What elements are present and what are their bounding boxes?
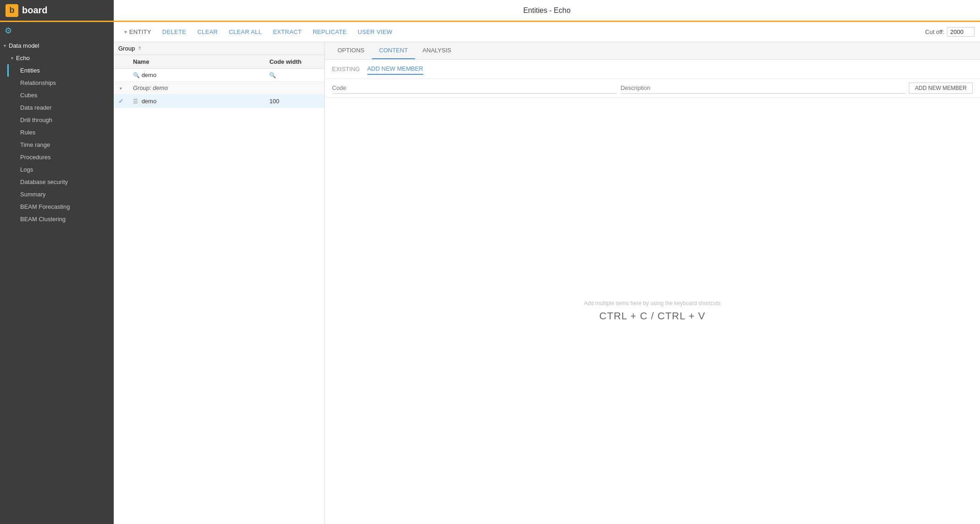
entity-code-width: 100 xyxy=(265,95,324,108)
user-view-button[interactable]: USER VIEW xyxy=(353,27,397,37)
table-row: 🔍 🔍 xyxy=(114,69,324,82)
list-icon: ☰ xyxy=(133,98,138,105)
group-bar: Group ⇑ xyxy=(114,42,324,55)
sidebar-item-cubes[interactable]: Cubes xyxy=(7,89,114,101)
subtab-add-new-member[interactable]: ADD NEW MEMBER xyxy=(367,63,423,75)
group-label: Group xyxy=(118,45,135,52)
shortcut-hint-area: Add multiple items here by using the key… xyxy=(325,98,980,524)
col-name: Name xyxy=(128,55,265,69)
add-entity-button[interactable]: + ENTITY xyxy=(119,27,156,37)
search-icon: 🔍 xyxy=(269,72,276,78)
sidebar-item-beam-forecasting[interactable]: BEAM Forecasting xyxy=(7,201,114,213)
right-content: EXISTING ADD NEW MEMBER ADD NEW MEMBER A… xyxy=(325,60,980,524)
check-icon: ✓ xyxy=(118,97,124,105)
cutoff-area: Cut off: xyxy=(925,27,974,37)
add-new-member-button[interactable]: ADD NEW MEMBER xyxy=(909,83,973,94)
sidebar-item-rules[interactable]: Rules xyxy=(7,126,114,139)
sidebar-item-procedures[interactable]: Procedures xyxy=(7,151,114,163)
add-member-form: ADD NEW MEMBER xyxy=(325,79,980,98)
clear-all-button[interactable]: CLEAR ALL xyxy=(224,27,266,37)
sidebar-item-drill-through[interactable]: Drill through xyxy=(7,114,114,126)
search-icon: 🔍 xyxy=(133,72,140,78)
sidebar-item-beam-clustering[interactable]: BEAM Clustering xyxy=(7,213,114,225)
sub-tabs: EXISTING ADD NEW MEMBER xyxy=(325,60,980,79)
echo-label: Echo xyxy=(16,55,30,61)
sidebar-item-entities[interactable]: Entities xyxy=(7,64,114,77)
entity-table: Name Code width 🔍 🔍 xyxy=(114,55,324,524)
content-area: + ENTITY DELETE CLEAR CLEAR ALL EXTRACT … xyxy=(114,22,980,524)
col-code-width: Code width xyxy=(265,55,324,69)
entity-name: demo xyxy=(142,98,157,105)
split-panel: Group ⇑ Name Code width xyxy=(114,42,980,524)
data-model-header[interactable]: ▾ Data model xyxy=(0,39,114,52)
sidebar-item-summary[interactable]: Summary xyxy=(7,188,114,201)
top-bar: b board Entities - Echo xyxy=(0,0,980,22)
sidebar-item-data-reader[interactable]: Data reader xyxy=(7,101,114,114)
toolbar: + ENTITY DELETE CLEAR CLEAR ALL EXTRACT … xyxy=(114,22,980,42)
logo-text: board xyxy=(22,5,48,16)
subtab-existing[interactable]: EXISTING xyxy=(332,64,360,74)
shortcut-hint-text: Add multiple items here by using the key… xyxy=(584,300,720,307)
description-input[interactable] xyxy=(620,83,905,94)
sidebar-item-relationships[interactable]: Relationships xyxy=(7,77,114,89)
sidebar-item-time-range[interactable]: Time range xyxy=(7,139,114,151)
extract-button[interactable]: EXTRACT xyxy=(268,27,306,37)
clear-button[interactable]: CLEAR xyxy=(193,27,222,37)
cutoff-label: Cut off: xyxy=(925,28,944,35)
table-row: ▾ Group: demo xyxy=(114,82,324,95)
settings-wheel-icon[interactable]: ⚙ xyxy=(5,26,12,36)
chevron-down-icon: ▾ xyxy=(11,56,13,61)
cutoff-input[interactable] xyxy=(947,27,974,37)
entity-panel: Group ⇑ Name Code width xyxy=(114,42,325,524)
right-panel: OPTIONS CONTENT ANALYSIS EXISTING ADD NE… xyxy=(325,42,980,524)
name-search-input[interactable] xyxy=(142,72,244,78)
logo-b-icon: b xyxy=(6,4,18,17)
tab-content[interactable]: CONTENT xyxy=(372,42,415,59)
shortcut-keys: CTRL + C / CTRL + V xyxy=(599,310,705,322)
logo-area: b board xyxy=(0,0,114,21)
code-input[interactable] xyxy=(332,83,617,94)
sidebar: ⚙ ▾ Data model ▾ Echo EntitiesRelationsh… xyxy=(0,22,114,524)
data-model-label: Data model xyxy=(9,42,39,49)
sidebar-item-logs[interactable]: Logs xyxy=(7,163,114,176)
page-title: Entities - Echo xyxy=(114,6,980,15)
chevron-down-icon: ▾ xyxy=(4,43,6,48)
echo-header[interactable]: ▾ Echo xyxy=(7,52,114,64)
tab-options[interactable]: OPTIONS xyxy=(330,42,372,59)
table-row[interactable]: ✓ ☰ demo 100 xyxy=(114,95,324,108)
tab-analysis[interactable]: ANALYSIS xyxy=(415,42,459,59)
main-layout: ⚙ ▾ Data model ▾ Echo EntitiesRelationsh… xyxy=(0,22,980,524)
sort-icon[interactable]: ⇑ xyxy=(138,45,142,51)
delete-button[interactable]: DELETE xyxy=(158,27,191,37)
chevron-down-icon: ▾ xyxy=(119,86,122,91)
sidebar-item-database-security[interactable]: Database security xyxy=(7,176,114,188)
logo-board-text: board xyxy=(22,5,48,15)
col-check xyxy=(114,55,128,69)
replicate-button[interactable]: REPLICATE xyxy=(308,27,351,37)
panel-tabs: OPTIONS CONTENT ANALYSIS xyxy=(325,42,980,60)
group-row-label: Group: demo xyxy=(128,82,324,95)
